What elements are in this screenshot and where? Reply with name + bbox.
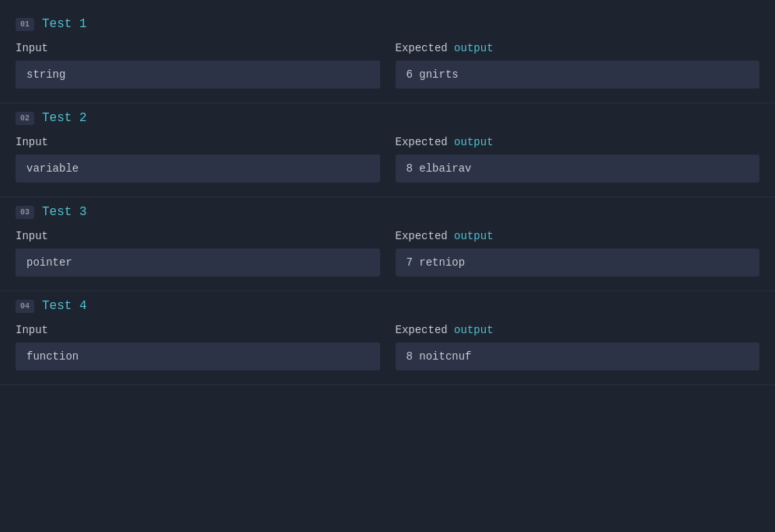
- output-label-3: Expected output: [396, 230, 760, 242]
- io-row-2: Input variable Expected output 8 elbaira…: [16, 136, 759, 183]
- test-number-badge-3: 03: [16, 206, 34, 219]
- test-block-1: 01 Test 1 Input string Expected output 6…: [0, 9, 775, 103]
- output-label-2: Expected output: [396, 136, 760, 148]
- test-header-4: 04 Test 4: [16, 299, 759, 313]
- test-header-2: 02 Test 2: [16, 111, 759, 125]
- input-section-3: Input pointer: [16, 230, 380, 276]
- output-label-1: Expected output: [396, 42, 760, 54]
- test-header-1: 01 Test 1: [16, 17, 759, 31]
- output-section-2: Expected output 8 elbairav: [396, 136, 760, 183]
- input-section-2: Input variable: [16, 136, 380, 183]
- output-section-3: Expected output 7 retniop: [396, 230, 760, 276]
- output-section-1: Expected output 6 gnirts: [396, 42, 760, 89]
- output-value-3: 7 retniop: [396, 249, 760, 276]
- input-value-3: pointer: [16, 249, 380, 276]
- output-section-4: Expected output 8 noitcnuf: [396, 324, 760, 370]
- input-label-3: Input: [16, 230, 380, 242]
- input-section-4: Input function: [16, 324, 380, 370]
- input-label-1: Input: [16, 42, 380, 54]
- output-value-1: 6 gnirts: [396, 61, 760, 89]
- input-value-4: function: [16, 342, 380, 370]
- test-block-3: 03 Test 3 Input pointer Expected output …: [0, 197, 775, 291]
- output-value-2: 8 elbairav: [396, 155, 760, 183]
- io-row-3: Input pointer Expected output 7 retniop: [16, 230, 759, 276]
- test-title-1: Test 1: [42, 17, 87, 31]
- test-title-2: Test 2: [42, 111, 87, 125]
- output-label-4: Expected output: [396, 324, 760, 336]
- test-number-badge-1: 01: [16, 18, 34, 31]
- output-label-highlight-1: output: [448, 42, 494, 54]
- test-block-4: 04 Test 4 Input function Expected output…: [0, 291, 775, 385]
- output-label-highlight-3: output: [448, 230, 494, 242]
- input-value-2: variable: [16, 155, 380, 183]
- input-value-1: string: [16, 61, 380, 89]
- test-header-3: 03 Test 3: [16, 205, 759, 219]
- input-label-2: Input: [16, 136, 380, 148]
- test-number-badge-2: 02: [16, 112, 34, 125]
- output-value-4: 8 noitcnuf: [396, 342, 760, 370]
- io-row-4: Input function Expected output 8 noitcnu…: [16, 324, 759, 370]
- output-label-highlight-4: output: [448, 324, 494, 336]
- input-label-4: Input: [16, 324, 380, 336]
- output-label-highlight-2: output: [448, 136, 494, 148]
- test-title-3: Test 3: [42, 205, 87, 219]
- test-number-badge-4: 04: [16, 300, 34, 313]
- test-title-4: Test 4: [42, 299, 87, 313]
- test-block-2: 02 Test 2 Input variable Expected output…: [0, 103, 775, 197]
- input-section-1: Input string: [16, 42, 380, 89]
- io-row-1: Input string Expected output 6 gnirts: [16, 42, 759, 89]
